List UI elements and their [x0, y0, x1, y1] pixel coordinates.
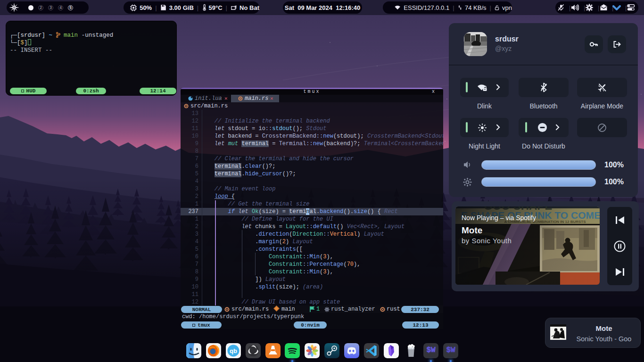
- svg-text:qb: qb: [230, 347, 237, 354]
